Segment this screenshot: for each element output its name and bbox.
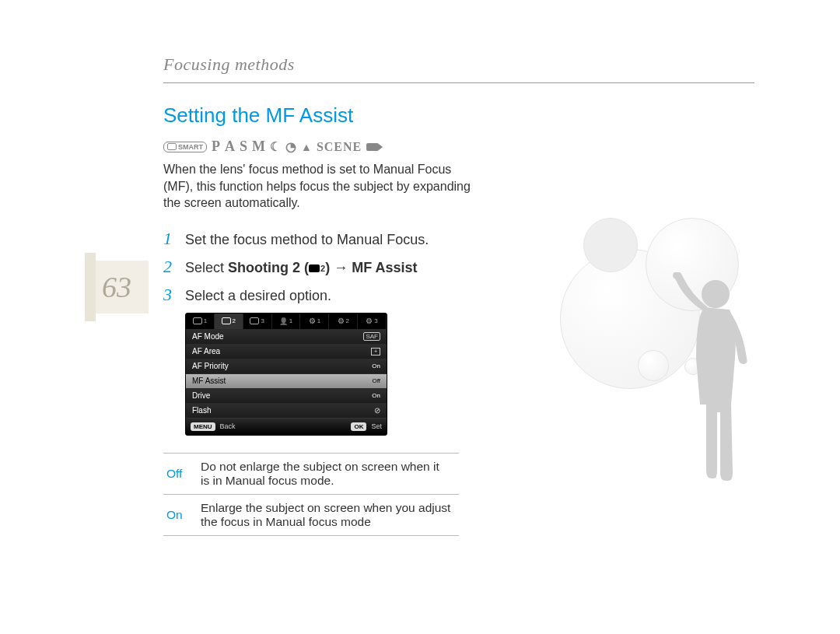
- timer-mode-icon: [285, 139, 296, 154]
- step-bold: MF Assist: [352, 260, 417, 275]
- menu-tab-setup-1: 1: [300, 313, 329, 329]
- bubble-icon: [560, 249, 700, 389]
- section-title: Setting the MF Assist: [163, 103, 754, 128]
- step-2: 2 Select Shooting 2 (2) → MF Assist: [163, 257, 490, 277]
- bubble-icon: [684, 358, 702, 375]
- row-label: AF Area: [192, 347, 220, 356]
- svg-point-1: [673, 272, 681, 279]
- video-mode-icon: [366, 143, 379, 151]
- menu-row-drive: Drive On: [186, 388, 387, 403]
- option-desc: Enlarge the subject on screen when you a…: [198, 494, 459, 535]
- row-label: Flash: [192, 406, 211, 415]
- arrow-icon: →: [330, 260, 352, 275]
- table-row: On Enlarge the subject on screen when yo…: [163, 494, 459, 535]
- page-number-tab: 63: [85, 261, 149, 313]
- bubble-icon: [646, 218, 739, 311]
- bubble-icon: [638, 350, 669, 381]
- smart-mode-icon: SMART: [163, 142, 207, 152]
- menu-tab-setup-2: 2: [329, 313, 358, 329]
- menu-rows: AF Mode SAF AF Area + AF Priority On MF …: [186, 329, 387, 418]
- tab-number: 1: [204, 317, 207, 324]
- menu-row-mf-assist: MF Assist Off: [186, 373, 387, 388]
- camera-menu-screenshot: 1 2 3 1 1 2 3 AF Mode SAF AF Area + AF P…: [185, 313, 387, 436]
- night-mode-icon: [270, 139, 281, 154]
- mode-row: SMART P A S M SCENE: [163, 138, 754, 155]
- step-text: Set the focus method to Manual Focus.: [185, 232, 429, 248]
- breadcrumb: Focusing methods: [163, 54, 754, 82]
- step-prefix: Select: [185, 260, 228, 275]
- step-bold: Shooting 2 (: [228, 260, 309, 275]
- scene-mode-label: SCENE: [317, 140, 362, 154]
- row-value: Off: [372, 377, 380, 384]
- menu-pill: MENU: [191, 422, 215, 431]
- divider: [163, 82, 754, 83]
- tab-number: 2: [233, 317, 236, 324]
- back-label: Back: [220, 422, 236, 430]
- mode-p-icon: P: [212, 138, 220, 155]
- menu-row-flash: Flash: [186, 403, 387, 418]
- page-number: 63: [102, 270, 131, 304]
- step-number: 3: [163, 285, 176, 305]
- row-label: AF Priority: [192, 362, 229, 370]
- step-text: Select Shooting 2 (2) → MF Assist: [185, 260, 418, 276]
- step-number: 1: [163, 229, 176, 249]
- step-text: Select a desired option.: [185, 288, 331, 304]
- ok-pill: OK: [351, 422, 366, 431]
- tab-number: 3: [261, 317, 264, 324]
- options-table: Off Do not enlarge the subject on screen…: [163, 453, 459, 536]
- menu-tab-shooting-2: 2: [215, 313, 243, 329]
- af-area-icon: +: [371, 348, 380, 356]
- tab-number: 3: [374, 317, 377, 324]
- tab-number: 2: [346, 317, 349, 324]
- landscape-mode-icon: [301, 140, 312, 154]
- menu-row-af-mode: AF Mode SAF: [186, 329, 387, 344]
- option-name: On: [163, 494, 198, 535]
- decorative-illustration: [552, 218, 786, 513]
- tab-number: 1: [289, 317, 292, 324]
- step-number: 2: [163, 257, 176, 277]
- row-label: AF Mode: [192, 332, 224, 341]
- bubble-icon: [583, 218, 638, 272]
- row-value: On: [372, 363, 380, 370]
- child-silhouette-icon: [669, 272, 762, 498]
- table-row: Off Do not enlarge the subject on screen…: [163, 453, 459, 494]
- menu-footer: MENU Back OK Set: [186, 418, 387, 435]
- manual-page: Focusing methods 63 Setting the MF Assis…: [0, 0, 840, 634]
- step-1: 1 Set the focus method to Manual Focus.: [163, 229, 490, 249]
- menu-row-af-priority: AF Priority On: [186, 359, 387, 373]
- svg-point-0: [702, 280, 730, 308]
- step-3: 3 Select a desired option.: [163, 285, 490, 305]
- steps-list: 1 Set the focus method to Manual Focus. …: [163, 229, 490, 305]
- mode-s-icon: S: [240, 138, 247, 155]
- option-desc: Do not enlarge the subject on screen whe…: [198, 453, 459, 494]
- intro-text: When the lens' focus method is set to Ma…: [163, 161, 482, 212]
- mode-m-icon: M: [252, 138, 265, 155]
- menu-tab-user-1: 1: [272, 313, 301, 329]
- option-name: Off: [163, 453, 198, 494]
- menu-tabs: 1 2 3 1 1 2 3: [186, 313, 387, 329]
- row-value: On: [372, 392, 380, 399]
- saf-icon: SAF: [363, 332, 380, 341]
- set-label: Set: [371, 422, 382, 430]
- menu-tab-shooting-1: 1: [186, 313, 215, 329]
- tab-number: 1: [317, 317, 320, 324]
- camera-icon: 2: [309, 264, 325, 273]
- menu-row-af-area: AF Area +: [186, 344, 387, 359]
- row-label: MF Assist: [192, 377, 226, 385]
- menu-tab-setup-3: 3: [358, 313, 387, 329]
- flash-off-icon: [374, 406, 380, 415]
- menu-tab-shooting-3: 3: [243, 313, 272, 329]
- mode-a-icon: A: [225, 138, 235, 155]
- row-label: Drive: [192, 391, 210, 400]
